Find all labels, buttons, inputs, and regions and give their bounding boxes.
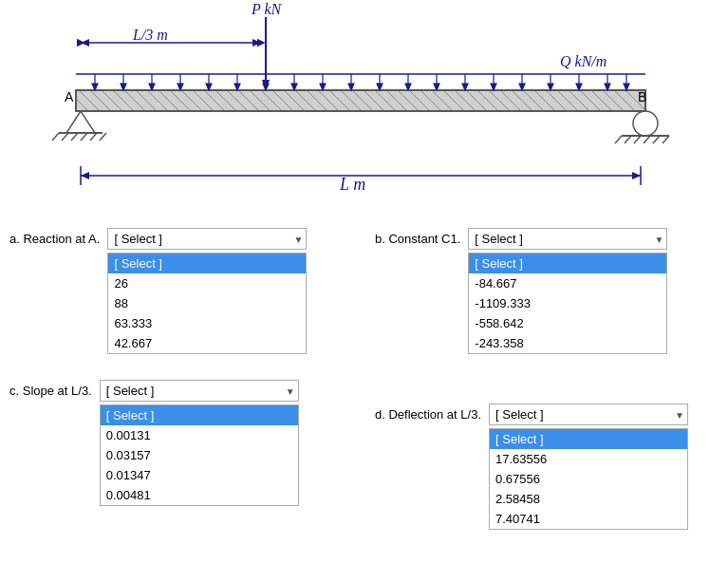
svg-marker-42 bbox=[605, 84, 610, 90]
label-b: b. Constant C1. bbox=[375, 232, 460, 246]
svg-marker-8 bbox=[121, 84, 126, 90]
dropdown-d[interactable]: [ Select ] 17.63556 0.67556 2.58458 7.40… bbox=[489, 428, 688, 530]
svg-marker-24 bbox=[348, 84, 354, 90]
label-a: a. Reaction at A. bbox=[9, 232, 100, 246]
svg-rect-2 bbox=[76, 90, 645, 111]
beam-diagram: Q kN/m P kN L/3 m A B bbox=[0, 0, 728, 218]
svg-marker-20 bbox=[291, 84, 297, 90]
control-a: a. Reaction at A. [ Select ]268863.33342… bbox=[9, 228, 307, 252]
option-b-2[interactable]: -1109.333 bbox=[469, 293, 666, 313]
dropdown-c[interactable]: [ Select ] 0.00131 0.03157 0.01347 0.004… bbox=[100, 404, 299, 506]
svg-line-61 bbox=[100, 133, 106, 141]
select-c[interactable]: [ Select ]0.001310.031570.013470.00481 bbox=[100, 380, 299, 402]
svg-marker-28 bbox=[405, 84, 411, 90]
select-wrapper-c: [ Select ]0.001310.031570.013470.00481 ▼… bbox=[100, 380, 299, 402]
svg-marker-14 bbox=[206, 84, 212, 90]
svg-marker-10 bbox=[149, 84, 155, 90]
svg-marker-73 bbox=[632, 172, 641, 179]
svg-marker-72 bbox=[81, 172, 89, 179]
option-b-1[interactable]: -84.667 bbox=[469, 273, 666, 293]
svg-marker-22 bbox=[320, 84, 326, 90]
svg-line-56 bbox=[52, 133, 59, 141]
svg-marker-38 bbox=[548, 84, 553, 90]
svg-marker-32 bbox=[462, 84, 468, 90]
option-c-0[interactable]: [ Select ] bbox=[101, 405, 298, 425]
option-a-4[interactable]: 42.667 bbox=[108, 333, 306, 353]
option-d-1[interactable]: 17.63556 bbox=[490, 449, 687, 469]
control-b: b. Constant C1. [ Select ]-84.667-1109.3… bbox=[375, 228, 667, 252]
svg-marker-6 bbox=[92, 84, 98, 90]
svg-text:B: B bbox=[638, 89, 646, 104]
select-b[interactable]: [ Select ]-84.667-1109.333-558.642-243.3… bbox=[468, 228, 667, 250]
svg-line-57 bbox=[62, 133, 68, 141]
svg-text:A: A bbox=[65, 89, 74, 104]
svg-line-66 bbox=[625, 136, 631, 143]
option-a-3[interactable]: 63.333 bbox=[108, 313, 306, 333]
option-c-4[interactable]: 0.00481 bbox=[101, 485, 298, 505]
control-d: d. Deflection at L/3. [ Select ]17.63556… bbox=[375, 403, 688, 427]
svg-marker-30 bbox=[434, 84, 439, 90]
option-a-1[interactable]: 26 bbox=[108, 273, 306, 293]
option-c-3[interactable]: 0.01347 bbox=[101, 465, 298, 485]
option-a-0[interactable]: [ Select ] bbox=[108, 253, 306, 273]
controls-area: a. Reaction at A. [ Select ]268863.33342… bbox=[0, 218, 728, 563]
svg-point-63 bbox=[633, 111, 658, 136]
svg-line-68 bbox=[644, 136, 650, 143]
option-d-0[interactable]: [ Select ] bbox=[490, 429, 687, 449]
svg-marker-54 bbox=[66, 111, 95, 133]
svg-text:Q kN/m: Q kN/m bbox=[560, 53, 607, 69]
svg-marker-50 bbox=[81, 39, 89, 47]
option-a-2[interactable]: 88 bbox=[108, 293, 306, 313]
svg-marker-12 bbox=[177, 84, 183, 90]
option-b-3[interactable]: -558.642 bbox=[469, 313, 666, 333]
svg-line-67 bbox=[634, 136, 641, 143]
select-wrapper-a: [ Select ]268863.33342.667 ▼ [ Select ] … bbox=[107, 228, 307, 250]
option-c-2[interactable]: 0.03157 bbox=[101, 445, 298, 465]
option-c-1[interactable]: 0.00131 bbox=[101, 425, 298, 445]
option-b-4[interactable]: -243.358 bbox=[469, 333, 666, 353]
svg-marker-44 bbox=[624, 84, 629, 90]
option-d-2[interactable]: 0.67556 bbox=[490, 469, 687, 489]
option-b-0[interactable]: [ Select ] bbox=[469, 253, 666, 273]
svg-marker-40 bbox=[576, 84, 582, 90]
svg-marker-36 bbox=[519, 84, 525, 90]
svg-marker-26 bbox=[377, 84, 383, 90]
control-c: c. Slope at L/3. [ Select ]0.001310.0315… bbox=[9, 380, 299, 403]
svg-text:L/3 m: L/3 m bbox=[132, 27, 168, 43]
svg-line-70 bbox=[663, 136, 669, 143]
svg-line-65 bbox=[615, 136, 622, 143]
label-c: c. Slope at L/3. bbox=[9, 384, 92, 398]
svg-line-69 bbox=[653, 136, 660, 143]
option-d-4[interactable]: 7.40741 bbox=[490, 509, 687, 529]
svg-marker-34 bbox=[491, 84, 496, 90]
select-wrapper-b: [ Select ]-84.667-1109.333-558.642-243.3… bbox=[468, 228, 667, 250]
svg-text:P kN: P kN bbox=[251, 1, 283, 17]
svg-marker-16 bbox=[234, 84, 240, 90]
option-d-3[interactable]: 2.58458 bbox=[490, 489, 687, 509]
dropdown-a[interactable]: [ Select ] 26 88 63.333 42.667 bbox=[107, 253, 307, 354]
dropdown-b[interactable]: [ Select ] -84.667 -1109.333 -558.642 -2… bbox=[468, 253, 667, 354]
svg-marker-51 bbox=[252, 39, 261, 47]
select-a[interactable]: [ Select ]268863.33342.667 bbox=[107, 228, 307, 250]
label-d: d. Deflection at L/3. bbox=[375, 407, 481, 422]
select-wrapper-d: [ Select ]17.635560.675562.584587.40741 … bbox=[489, 403, 688, 425]
svg-line-59 bbox=[81, 133, 87, 141]
select-d[interactable]: [ Select ]17.635560.675562.584587.40741 bbox=[489, 403, 688, 425]
svg-line-58 bbox=[71, 133, 78, 141]
svg-text:L m: L m bbox=[339, 175, 365, 194]
svg-line-60 bbox=[90, 133, 97, 141]
